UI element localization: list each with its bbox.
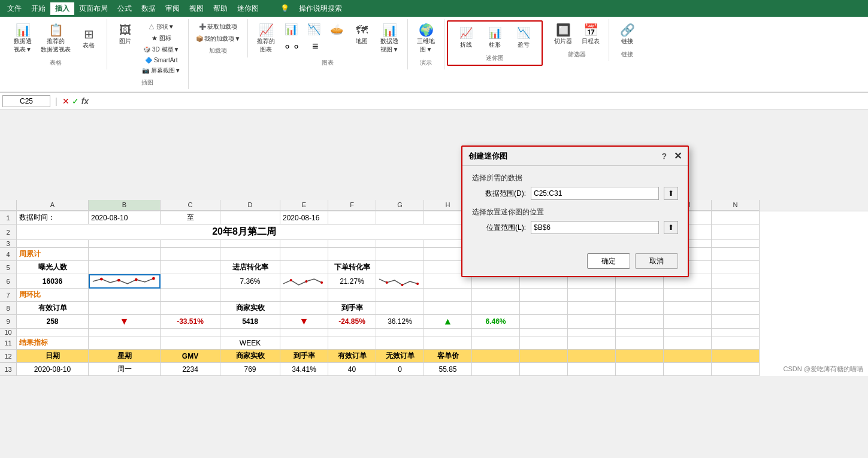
cell-n10[interactable]: [712, 329, 760, 336]
dialog-datarange-picker-button[interactable]: ⬆: [664, 187, 678, 200]
menu-review[interactable]: 审阅: [161, 2, 185, 15]
cell-f8[interactable]: 到手率: [328, 302, 376, 315]
cell-g10[interactable]: [376, 329, 424, 336]
pivot-chart-button[interactable]: 📊 数据透视图▼: [376, 22, 403, 56]
cell-k8[interactable]: [568, 302, 616, 315]
cell-a6[interactable]: 16036: [17, 274, 89, 289]
cell-l11[interactable]: [616, 336, 664, 350]
cell-f5[interactable]: 下单转化率: [328, 261, 376, 274]
dialog-ok-button[interactable]: 确定: [587, 253, 630, 269]
pie-chart-button[interactable]: 🥧: [326, 22, 347, 37]
cell-d3[interactable]: [220, 240, 280, 248]
map-button[interactable]: 🗺 地图: [349, 22, 375, 48]
cell-m11[interactable]: [664, 336, 712, 350]
cell-n13[interactable]: [712, 363, 760, 376]
3d-model-button[interactable]: 🎲 3D 模型▼: [140, 44, 183, 55]
menu-data[interactable]: 数据: [137, 2, 161, 15]
waterfall-chart-button[interactable]: ≡: [304, 39, 326, 54]
cell-g13[interactable]: 0: [376, 363, 424, 376]
dialog-help-icon[interactable]: ?: [661, 151, 667, 161]
cell-n2[interactable]: [712, 225, 760, 240]
cell-j13[interactable]: [520, 363, 568, 376]
cell-n3[interactable]: [712, 240, 760, 248]
cell-m13[interactable]: [664, 363, 712, 376]
sparkline-bar-button[interactable]: 📊 柱形: [482, 24, 508, 51]
cell-b1[interactable]: 2020-08-10: [89, 211, 161, 225]
menu-sparkline[interactable]: 迷你图: [232, 2, 264, 15]
cell-reference-input[interactable]: [2, 95, 50, 107]
cell-i12[interactable]: [472, 350, 520, 363]
cell-a11[interactable]: 结果指标: [17, 336, 89, 350]
cell-b11[interactable]: [89, 336, 161, 350]
cell-h7[interactable]: [424, 289, 472, 302]
cell-f13[interactable]: 40: [328, 363, 376, 376]
cell-l8[interactable]: [616, 302, 664, 315]
cell-g6-sparkline[interactable]: [376, 274, 424, 289]
cell-a5[interactable]: 曝光人数: [17, 261, 89, 274]
cell-a13[interactable]: 2020-08-10: [17, 363, 89, 376]
cell-c5[interactable]: [161, 261, 220, 274]
cell-n4[interactable]: [712, 248, 760, 261]
cell-a1[interactable]: 数据时间：: [17, 211, 89, 225]
cell-e13[interactable]: 34.41%: [280, 363, 328, 376]
cell-d9[interactable]: 5418: [220, 315, 280, 329]
cell-n7[interactable]: [712, 289, 760, 302]
cell-a8[interactable]: 有效订单: [17, 302, 89, 315]
cell-g1[interactable]: [376, 211, 424, 225]
menu-view[interactable]: 视图: [185, 2, 208, 15]
timeline-button[interactable]: 📅 日程表: [577, 22, 604, 48]
cell-f12[interactable]: 有效订单: [328, 350, 376, 363]
cell-b13[interactable]: 周一: [89, 363, 161, 376]
line-chart-button[interactable]: 📉: [303, 22, 325, 37]
cell-m10[interactable]: [664, 329, 712, 336]
dialog-locationrange-picker-button[interactable]: ⬆: [664, 221, 678, 234]
cell-g9[interactable]: 36.12%: [376, 315, 424, 329]
cell-f7[interactable]: [328, 289, 376, 302]
cell-a4[interactable]: 周累计: [17, 248, 89, 261]
cell-g11[interactable]: [376, 336, 424, 350]
cell-e5[interactable]: [280, 261, 328, 274]
cell-c13[interactable]: 2234: [161, 363, 220, 376]
cell-i9[interactable]: 6.46%: [472, 315, 520, 329]
cell-a12[interactable]: 日期: [17, 350, 89, 363]
cell-n9[interactable]: [712, 315, 760, 329]
menu-file[interactable]: 文件: [2, 2, 26, 15]
cell-e7[interactable]: [280, 289, 328, 302]
cell-l10[interactable]: [616, 329, 664, 336]
link-button[interactable]: 🔗 链接: [614, 22, 640, 48]
cell-b9-arrow[interactable]: ▼: [89, 315, 161, 329]
cell-g5[interactable]: [376, 261, 424, 274]
cell-d10[interactable]: [220, 329, 280, 336]
cell-k13[interactable]: [568, 363, 616, 376]
pivot-table-button[interactable]: 📊 数据透视表▼: [10, 22, 36, 56]
cell-a2-merged[interactable]: 20年8月第二周: [17, 225, 472, 240]
menu-page-layout[interactable]: 页面布局: [74, 2, 113, 15]
cell-g3[interactable]: [376, 240, 424, 248]
cell-l9[interactable]: [616, 315, 664, 329]
cell-c7[interactable]: [161, 289, 220, 302]
formula-cancel-icon[interactable]: ✕: [62, 96, 69, 106]
cell-n6[interactable]: [712, 274, 760, 289]
icon-button[interactable]: ★ 图标: [140, 33, 183, 44]
menu-home[interactable]: 开始: [26, 2, 50, 15]
cell-l12[interactable]: [616, 350, 664, 363]
cell-j11[interactable]: [520, 336, 568, 350]
create-sparkline-dialog[interactable]: 创建迷你图 ? ✕ 选择所需的数据 数据范围(D): ⬆ 选择放置迷你图的位置 …: [461, 145, 689, 277]
cell-b12[interactable]: 星期: [89, 350, 161, 363]
cell-b7[interactable]: [89, 289, 161, 302]
formula-confirm-icon[interactable]: ✓: [72, 96, 79, 106]
scatter-chart-button[interactable]: ⚬⚬: [280, 39, 303, 54]
sparkline-line-button[interactable]: 📈 折线: [453, 24, 479, 51]
cell-h12[interactable]: 客单价: [424, 350, 472, 363]
cell-n12[interactable]: [712, 350, 760, 363]
cell-h11[interactable]: [424, 336, 472, 350]
menu-help[interactable]: 帮助: [208, 2, 232, 15]
cell-h10[interactable]: [424, 329, 472, 336]
table-button[interactable]: ⊞ 表格: [75, 22, 102, 56]
cell-c12[interactable]: GMV: [161, 350, 220, 363]
cell-c4[interactable]: [161, 248, 220, 261]
cell-e4[interactable]: [280, 248, 328, 261]
cell-m9[interactable]: [664, 315, 712, 329]
cell-i11[interactable]: [472, 336, 520, 350]
cell-c3[interactable]: [161, 240, 220, 248]
